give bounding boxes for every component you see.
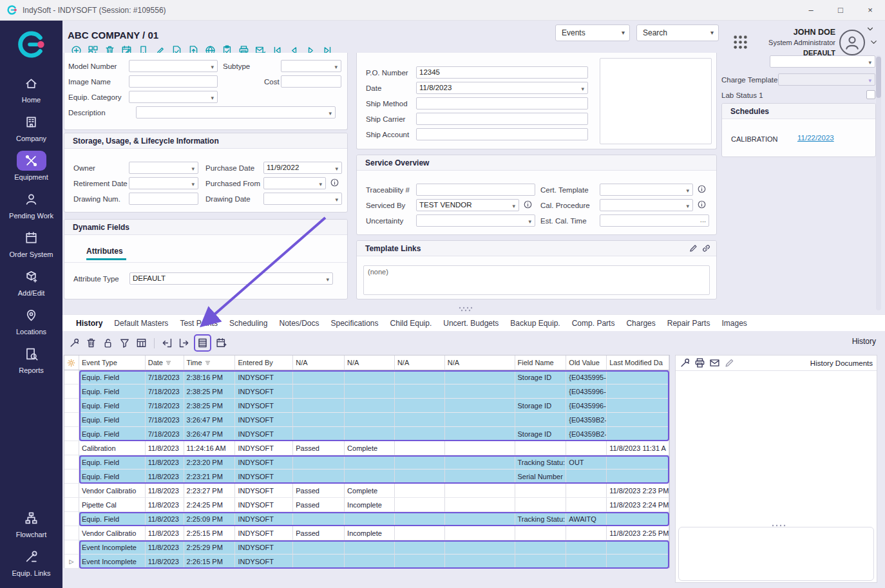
table-cell[interactable]: Complete bbox=[345, 484, 395, 498]
table-cell[interactable]: Storage ID bbox=[515, 427, 567, 441]
table-cell[interactable] bbox=[293, 370, 345, 384]
tab-specifications[interactable]: Specifications bbox=[325, 315, 385, 332]
row-gutter[interactable] bbox=[64, 427, 79, 441]
table-cell[interactable] bbox=[445, 455, 515, 469]
table-cell[interactable]: {E04359B2- bbox=[566, 413, 607, 427]
table-cell[interactable]: 11/8/2023 bbox=[146, 555, 184, 569]
table-cell[interactable] bbox=[566, 469, 607, 484]
table-cell[interactable] bbox=[566, 498, 607, 512]
row-gutter[interactable] bbox=[64, 399, 79, 413]
table-cell[interactable] bbox=[395, 469, 445, 484]
table-cell[interactable] bbox=[395, 484, 445, 498]
serviced-by-select[interactable]: TEST VENDOR bbox=[416, 199, 519, 211]
table-cell[interactable] bbox=[293, 540, 345, 555]
table-cell[interactable] bbox=[293, 512, 345, 526]
attribute-type-select[interactable]: DEFAULT bbox=[129, 272, 333, 285]
tab-child-equip-[interactable]: Child Equip. bbox=[385, 315, 438, 332]
image-name-input[interactable] bbox=[129, 75, 218, 88]
table-cell[interactable]: 7/18/2023 bbox=[146, 399, 184, 413]
form-scrollbar[interactable] bbox=[876, 55, 881, 310]
table-row[interactable]: Pipette Cal11/8/20232:24:25 PMINDYSOFTPa… bbox=[64, 498, 669, 512]
drawing-num-input[interactable] bbox=[129, 193, 198, 205]
filter-icon[interactable] bbox=[118, 336, 131, 350]
table-cell[interactable] bbox=[445, 413, 515, 427]
table-cell[interactable] bbox=[445, 555, 515, 569]
table-cell[interactable] bbox=[607, 399, 669, 413]
table-cell[interactable]: Tracking Statu: bbox=[515, 512, 567, 526]
cert-template-select[interactable] bbox=[600, 184, 693, 196]
table-cell[interactable] bbox=[566, 555, 607, 569]
table-cell[interactable]: 11/8/2023 2:24 PM bbox=[607, 498, 669, 512]
table-cell[interactable]: 7/18/2023 bbox=[146, 370, 184, 384]
table-cell[interactable] bbox=[566, 540, 607, 555]
row-gutter[interactable] bbox=[64, 512, 79, 526]
cert-template-info-icon[interactable] bbox=[697, 184, 707, 194]
table-cell[interactable]: 2:25:29 PM bbox=[184, 540, 236, 555]
table-cell[interactable] bbox=[607, 384, 669, 399]
table-row[interactable]: Vendor Calibratio11/8/20232:23:27 PMINDY… bbox=[64, 484, 669, 498]
table-cell[interactable]: Equip. Field bbox=[79, 455, 146, 469]
table-cell[interactable]: Equip. Field bbox=[79, 469, 146, 484]
row-gutter[interactable] bbox=[64, 455, 79, 469]
table-cell[interactable] bbox=[566, 526, 607, 540]
table-cell[interactable] bbox=[345, 427, 395, 441]
table-cell[interactable]: 2:25:09 PM bbox=[184, 512, 236, 526]
table-cell[interactable]: Vendor Calibratio bbox=[79, 484, 146, 498]
table-cell[interactable] bbox=[515, 555, 567, 569]
column-header-n-a[interactable]: N/A bbox=[445, 356, 515, 370]
table-cell[interactable] bbox=[515, 384, 567, 399]
table-row[interactable]: Event Incomplete11/8/20232:25:29 PMINDYS… bbox=[64, 540, 669, 555]
table-cell[interactable]: Vendor Calibratio bbox=[79, 526, 146, 540]
est-cal-time-more-button[interactable]: ... bbox=[700, 215, 706, 225]
drawing-date-select[interactable] bbox=[263, 193, 342, 205]
table-cell[interactable]: Incomplete bbox=[345, 526, 395, 540]
table-cell[interactable]: 2:24:25 PM bbox=[184, 498, 236, 512]
history-table[interactable]: Event TypeDateTimeEntered ByN/AN/AN/AN/A… bbox=[64, 355, 670, 568]
description-select[interactable] bbox=[136, 106, 336, 119]
table-cell[interactable] bbox=[345, 455, 395, 469]
table-cell[interactable]: Passed bbox=[293, 526, 345, 540]
tools-icon[interactable] bbox=[680, 357, 690, 368]
search-select[interactable]: Search bbox=[636, 24, 719, 41]
template-links-edit-icon[interactable] bbox=[689, 243, 698, 253]
table-row[interactable]: ▷Event Incomplete11/8/20232:26:15 PMINDY… bbox=[64, 555, 669, 569]
sidebar-item-home[interactable]: Home bbox=[0, 73, 62, 104]
table-cell[interactable]: 2:25:15 PM bbox=[184, 526, 236, 540]
table-cell[interactable] bbox=[445, 484, 515, 498]
trash-icon[interactable] bbox=[84, 336, 98, 350]
minimize-button[interactable]: – bbox=[796, 0, 826, 21]
table-cell[interactable] bbox=[445, 512, 515, 526]
table-cell[interactable] bbox=[395, 498, 445, 512]
table-row[interactable]: Vendor Calibratio11/8/20232:25:15 PMINDY… bbox=[64, 526, 669, 540]
avatar[interactable] bbox=[839, 30, 865, 55]
lab-status-checkbox[interactable] bbox=[866, 90, 875, 99]
tab-uncert-budgets[interactable]: Uncert. Budgets bbox=[437, 315, 504, 332]
tab-repair-parts[interactable]: Repair Parts bbox=[661, 315, 716, 332]
column-header-n-a[interactable]: N/A bbox=[395, 356, 445, 370]
uncertainty-select[interactable] bbox=[416, 214, 535, 227]
equip-category-select[interactable] bbox=[129, 91, 218, 103]
table-cell[interactable]: 2:38:25 PM bbox=[184, 399, 236, 413]
table-cell[interactable] bbox=[515, 441, 567, 455]
sidebar-item-pending-work[interactable]: Pending Work bbox=[0, 189, 62, 220]
table-cell[interactable]: INDYSOFT bbox=[235, 498, 293, 512]
table-cell[interactable] bbox=[607, 555, 669, 569]
table-cell[interactable]: Pipette Cal bbox=[79, 498, 146, 512]
table-cell[interactable] bbox=[395, 555, 445, 569]
table-cell[interactable] bbox=[607, 427, 669, 441]
row-gutter[interactable] bbox=[64, 384, 79, 399]
user-menu-chevron-icon[interactable] bbox=[869, 37, 879, 47]
table-cell[interactable]: {E0435996- bbox=[566, 384, 607, 399]
row-gutter[interactable] bbox=[64, 498, 79, 512]
purchase-date-select[interactable]: 11/9/2022 bbox=[263, 162, 342, 174]
table-cell[interactable]: INDYSOFT bbox=[235, 555, 293, 569]
row-gutter[interactable] bbox=[64, 441, 79, 455]
table-cell[interactable] bbox=[445, 469, 515, 484]
table-cell[interactable] bbox=[293, 427, 345, 441]
table-cell[interactable] bbox=[345, 469, 395, 484]
list-view-icon[interactable] bbox=[196, 336, 209, 350]
table-cell[interactable] bbox=[607, 455, 669, 469]
sidebar-item-flowchart[interactable]: Flowchart bbox=[0, 508, 62, 538]
cal-procedure-select[interactable] bbox=[600, 199, 693, 211]
table-cell[interactable] bbox=[395, 526, 445, 540]
